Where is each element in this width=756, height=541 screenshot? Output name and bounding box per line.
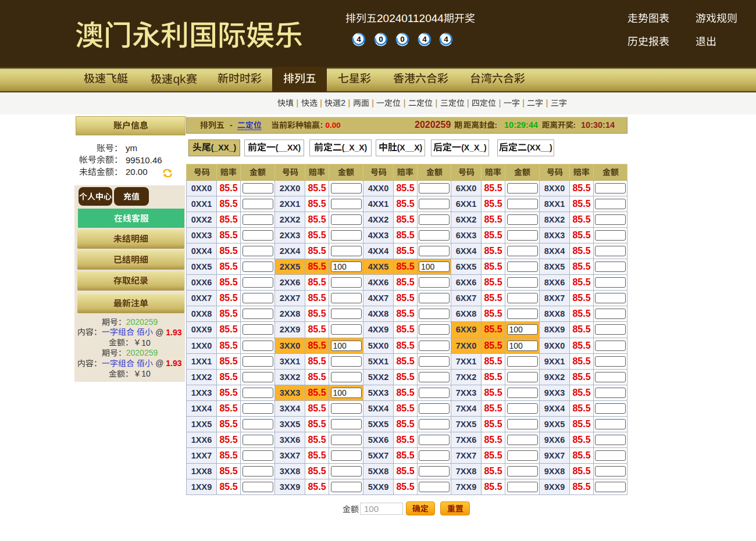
svg-text:0: 0: [379, 35, 383, 44]
svg-text:4: 4: [356, 35, 361, 44]
svg-text:0: 0: [400, 35, 405, 44]
svg-text:4: 4: [444, 35, 448, 44]
svg-text:4: 4: [422, 35, 427, 44]
